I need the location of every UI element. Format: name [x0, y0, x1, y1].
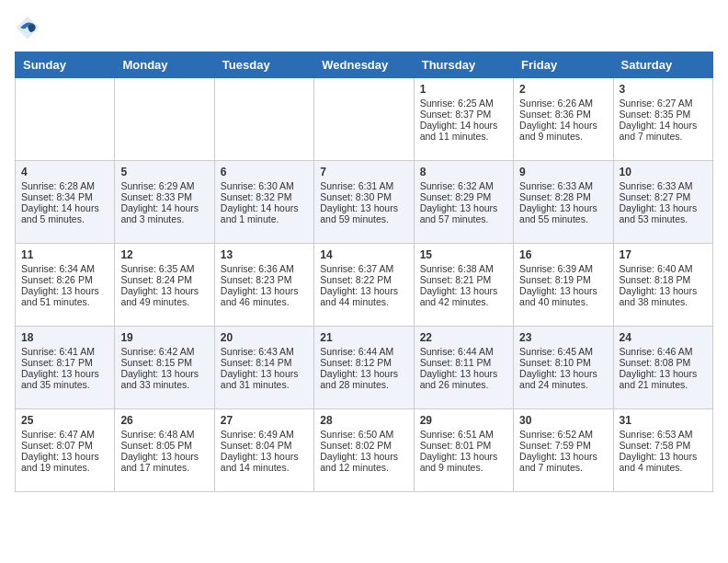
daylight-text: Daylight: 14 hours and 9 minutes.: [519, 120, 607, 142]
calendar-cell: 18Sunrise: 6:41 AMSunset: 8:17 PMDayligh…: [16, 327, 115, 409]
daylight-text: Daylight: 13 hours and 57 minutes.: [420, 202, 507, 224]
daylight-text: Daylight: 13 hours and 9 minutes.: [420, 451, 507, 473]
calendar-cell: 6Sunrise: 6:30 AMSunset: 8:32 PMDaylight…: [214, 161, 313, 244]
sunrise-text: Sunrise: 6:51 AM: [420, 429, 507, 440]
daylight-text: Daylight: 13 hours and 42 minutes.: [420, 285, 507, 307]
sunset-text: Sunset: 7:58 PM: [620, 440, 707, 451]
sunset-text: Sunset: 8:23 PM: [221, 274, 308, 285]
sunset-text: Sunset: 8:26 PM: [21, 274, 108, 285]
day-number: 14: [320, 248, 407, 261]
week-row-5: 25Sunrise: 6:47 AMSunset: 8:07 PMDayligh…: [16, 409, 713, 492]
week-row-4: 18Sunrise: 6:41 AMSunset: 8:17 PMDayligh…: [16, 327, 713, 409]
calendar-table: SundayMondayTuesdayWednesdayThursdayFrid…: [15, 52, 713, 492]
sunrise-text: Sunrise: 6:45 AM: [519, 346, 607, 357]
sunset-text: Sunset: 8:28 PM: [519, 191, 607, 202]
sunset-text: Sunset: 8:22 PM: [320, 274, 407, 285]
calendar-cell: 15Sunrise: 6:38 AMSunset: 8:21 PMDayligh…: [414, 244, 513, 327]
sunset-text: Sunset: 7:59 PM: [519, 440, 607, 451]
calendar-cell: 7Sunrise: 6:31 AMSunset: 8:30 PMDaylight…: [314, 161, 414, 244]
calendar-cell: 20Sunrise: 6:43 AMSunset: 8:14 PMDayligh…: [214, 327, 313, 409]
sunrise-text: Sunrise: 6:41 AM: [21, 346, 108, 357]
day-number: 12: [120, 248, 208, 261]
daylight-text: Daylight: 13 hours and 49 minutes.: [120, 285, 208, 307]
day-number: 7: [320, 166, 407, 178]
sunset-text: Sunset: 8:11 PM: [420, 357, 507, 368]
sunset-text: Sunset: 8:21 PM: [420, 274, 507, 285]
sunset-text: Sunset: 8:14 PM: [221, 357, 308, 368]
sunrise-text: Sunrise: 6:28 AM: [21, 180, 108, 191]
sunset-text: Sunset: 8:04 PM: [221, 440, 308, 451]
calendar-cell: 17Sunrise: 6:40 AMSunset: 8:18 PMDayligh…: [613, 244, 712, 327]
sunrise-text: Sunrise: 6:42 AM: [120, 346, 208, 357]
daylight-text: Daylight: 13 hours and 38 minutes.: [620, 285, 707, 307]
sunset-text: Sunset: 8:18 PM: [620, 274, 707, 285]
daylight-text: Daylight: 13 hours and 4 minutes.: [620, 451, 707, 473]
daylight-text: Daylight: 13 hours and 40 minutes.: [519, 285, 607, 307]
day-number: 11: [21, 248, 108, 261]
daylight-text: Daylight: 13 hours and 28 minutes.: [320, 368, 407, 390]
sunrise-text: Sunrise: 6:29 AM: [120, 180, 208, 191]
day-header-friday: Friday: [514, 52, 613, 78]
sunset-text: Sunset: 8:36 PM: [519, 109, 607, 120]
day-number: 19: [120, 331, 208, 344]
sunrise-text: Sunrise: 6:39 AM: [519, 263, 607, 274]
calendar-cell: 13Sunrise: 6:36 AMSunset: 8:23 PMDayligh…: [214, 244, 313, 327]
sunrise-text: Sunrise: 6:34 AM: [21, 263, 108, 274]
week-row-1: 1Sunrise: 6:25 AMSunset: 8:37 PMDaylight…: [16, 78, 713, 161]
day-number: 21: [320, 331, 407, 344]
daylight-text: Daylight: 13 hours and 7 minutes.: [519, 451, 607, 473]
sunrise-text: Sunrise: 6:35 AM: [120, 263, 208, 274]
daylight-text: Daylight: 14 hours and 3 minutes.: [120, 202, 208, 224]
calendar-cell: 10Sunrise: 6:33 AMSunset: 8:27 PMDayligh…: [613, 161, 712, 244]
daylight-text: Daylight: 13 hours and 53 minutes.: [620, 202, 707, 224]
day-number: 9: [519, 166, 607, 178]
sunset-text: Sunset: 8:27 PM: [620, 191, 707, 202]
day-header-tuesday: Tuesday: [214, 52, 313, 78]
day-header-sunday: Sunday: [16, 52, 115, 78]
day-number: 30: [519, 414, 607, 427]
week-row-3: 11Sunrise: 6:34 AMSunset: 8:26 PMDayligh…: [16, 244, 713, 327]
calendar-cell: 9Sunrise: 6:33 AMSunset: 8:28 PMDaylight…: [514, 161, 613, 244]
daylight-text: Daylight: 13 hours and 19 minutes.: [21, 451, 108, 473]
daylight-text: Daylight: 14 hours and 1 minute.: [221, 202, 308, 224]
sunrise-text: Sunrise: 6:52 AM: [519, 429, 607, 440]
daylight-text: Daylight: 13 hours and 12 minutes.: [320, 451, 407, 473]
sunrise-text: Sunrise: 6:44 AM: [420, 346, 507, 357]
daylight-text: Daylight: 14 hours and 11 minutes.: [420, 120, 507, 142]
day-number: 22: [420, 331, 507, 344]
day-number: 4: [21, 166, 108, 178]
sunrise-text: Sunrise: 6:43 AM: [221, 346, 308, 357]
sunset-text: Sunset: 8:02 PM: [320, 440, 407, 451]
sunrise-text: Sunrise: 6:44 AM: [320, 346, 407, 357]
daylight-text: Daylight: 14 hours and 5 minutes.: [21, 202, 108, 224]
calendar-cell: 12Sunrise: 6:35 AMSunset: 8:24 PMDayligh…: [115, 244, 214, 327]
page-header: [15, 15, 713, 40]
day-number: 1: [420, 83, 507, 96]
day-number: 20: [221, 331, 308, 344]
calendar-cell: [214, 78, 313, 161]
calendar-cell: 1Sunrise: 6:25 AMSunset: 8:37 PMDaylight…: [414, 78, 513, 161]
calendar-header-row: SundayMondayTuesdayWednesdayThursdayFrid…: [16, 52, 713, 78]
week-row-2: 4Sunrise: 6:28 AMSunset: 8:34 PMDaylight…: [16, 161, 713, 244]
day-number: 16: [519, 248, 607, 261]
day-number: 3: [620, 83, 707, 96]
sunset-text: Sunset: 8:05 PM: [120, 440, 208, 451]
sunset-text: Sunset: 8:30 PM: [320, 191, 407, 202]
day-number: 15: [420, 248, 507, 261]
sunrise-text: Sunrise: 6:50 AM: [320, 429, 407, 440]
sunset-text: Sunset: 8:15 PM: [120, 357, 208, 368]
sunset-text: Sunset: 8:07 PM: [21, 440, 108, 451]
calendar-cell: 27Sunrise: 6:49 AMSunset: 8:04 PMDayligh…: [214, 409, 313, 492]
sunset-text: Sunset: 8:33 PM: [120, 191, 208, 202]
sunrise-text: Sunrise: 6:53 AM: [620, 429, 707, 440]
calendar-cell: 25Sunrise: 6:47 AMSunset: 8:07 PMDayligh…: [16, 409, 115, 492]
calendar-cell: 31Sunrise: 6:53 AMSunset: 7:58 PMDayligh…: [613, 409, 712, 492]
sunrise-text: Sunrise: 6:26 AM: [519, 98, 607, 109]
sunset-text: Sunset: 8:35 PM: [620, 109, 707, 120]
sunrise-text: Sunrise: 6:31 AM: [320, 180, 407, 191]
sunrise-text: Sunrise: 6:33 AM: [620, 180, 707, 191]
calendar-cell: 29Sunrise: 6:51 AMSunset: 8:01 PMDayligh…: [414, 409, 513, 492]
sunset-text: Sunset: 8:29 PM: [420, 191, 507, 202]
daylight-text: Daylight: 13 hours and 55 minutes.: [519, 202, 607, 224]
day-number: 17: [620, 248, 707, 261]
